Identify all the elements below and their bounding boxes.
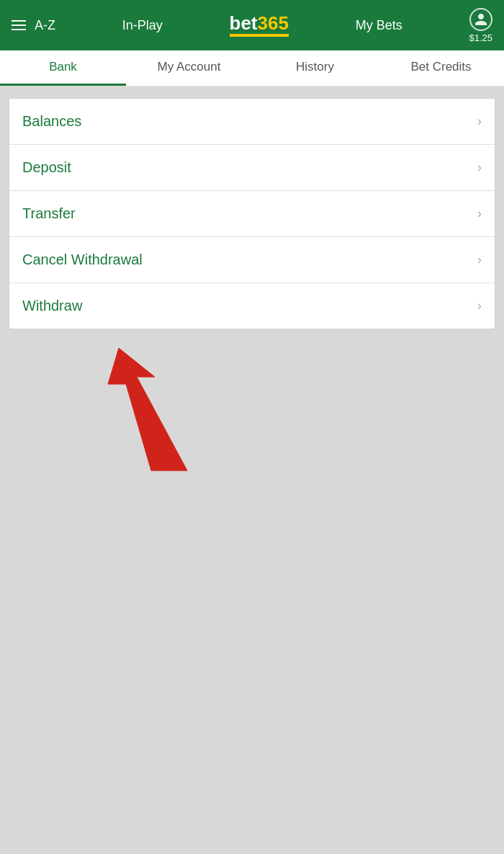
tab-my-account[interactable]: My Account: [126, 50, 252, 86]
logo-365: 365: [258, 14, 289, 32]
deposit-label: Deposit: [22, 159, 71, 176]
tab-bar: Bank My Account History Bet Credits: [0, 50, 504, 86]
tab-bank[interactable]: Bank: [0, 50, 126, 86]
withdraw-label: Withdraw: [22, 298, 82, 314]
svg-marker-1: [108, 348, 187, 471]
top-navigation: A-Z In-Play bet 365 My Bets $1.25: [0, 0, 504, 50]
balances-menu-item[interactable]: Balances ›: [9, 99, 495, 145]
withdraw-menu-item[interactable]: Withdraw ›: [9, 283, 495, 329]
logo[interactable]: bet 365: [230, 14, 289, 37]
logo-underline: [230, 34, 289, 37]
deposit-chevron-icon: ›: [477, 160, 482, 175]
tab-history[interactable]: History: [252, 50, 378, 86]
red-arrow-icon: [86, 341, 202, 485]
bank-menu: Balances › Deposit › Transfer › Cancel W…: [9, 98, 495, 329]
page-background: Balances › Deposit › Transfer › Cancel W…: [0, 98, 504, 530]
cancel-withdrawal-label: Cancel Withdrawal: [22, 252, 143, 268]
user-icon: [474, 12, 488, 27]
hamburger-menu-button[interactable]: [12, 20, 26, 30]
withdraw-chevron-icon: ›: [477, 298, 482, 313]
transfer-menu-item[interactable]: Transfer ›: [9, 191, 495, 237]
transfer-label: Transfer: [22, 205, 76, 222]
balances-label: Balances: [22, 113, 81, 130]
mybets-nav-button[interactable]: My Bets: [356, 18, 402, 33]
account-button[interactable]: $1.25: [469, 8, 492, 43]
deposit-menu-item[interactable]: Deposit ›: [9, 145, 495, 191]
account-icon: [469, 8, 492, 31]
logo-bet: bet: [230, 14, 258, 32]
inplay-nav-button[interactable]: In-Play: [122, 18, 163, 33]
nav-left-group: A-Z: [12, 18, 55, 33]
arrow-shape: [108, 348, 187, 471]
account-balance: $1.25: [469, 32, 492, 43]
cancel-withdrawal-chevron-icon: ›: [477, 252, 482, 267]
arrow-annotation-container: [0, 334, 504, 492]
cancel-withdrawal-menu-item[interactable]: Cancel Withdrawal ›: [9, 237, 495, 283]
transfer-chevron-icon: ›: [477, 206, 482, 221]
az-nav-button[interactable]: A-Z: [35, 18, 55, 33]
tab-bet-credits[interactable]: Bet Credits: [378, 50, 504, 86]
balances-chevron-icon: ›: [477, 114, 482, 129]
